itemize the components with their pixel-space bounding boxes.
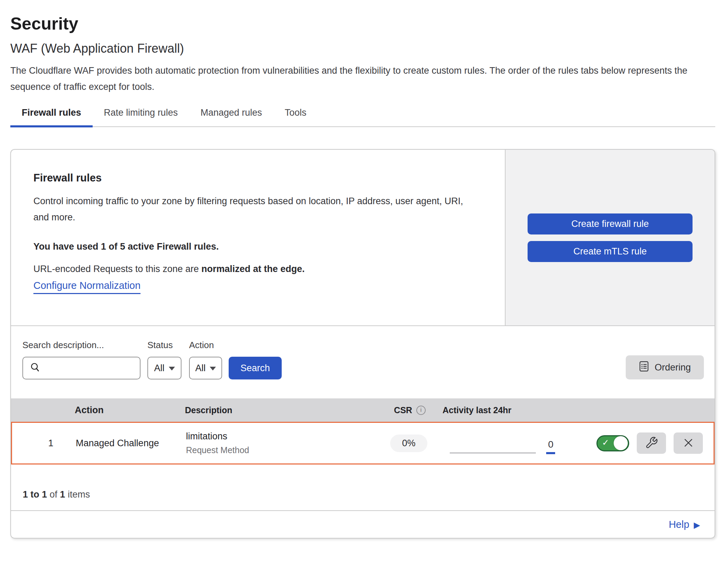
card-description: Control incoming traffic to your zone by…	[33, 193, 481, 226]
table-header: Action Description CSR i Activity last 2…	[11, 398, 715, 422]
search-box[interactable]	[22, 357, 141, 379]
search-icon	[29, 362, 41, 375]
page-title: Security	[10, 14, 715, 34]
help-link[interactable]: Help ▶	[669, 519, 700, 530]
pagination-count: 1	[60, 489, 65, 500]
header-activity: Activity last 24hr	[443, 405, 556, 415]
search-label: Search description...	[22, 340, 141, 351]
firewall-rules-card: Firewall rules Control incoming traffic …	[10, 149, 715, 539]
pagination-items: items	[68, 489, 90, 500]
pagination-summary: 1 to 1 of 1 items	[11, 464, 715, 511]
tab-firewall-rules[interactable]: Firewall rules	[10, 107, 93, 126]
ordering-button[interactable]: Ordering	[626, 355, 704, 379]
pagination-of: of	[50, 489, 58, 500]
page-description: The Cloudflare WAF provides both automat…	[10, 63, 715, 95]
delete-rule-button[interactable]	[674, 432, 703, 454]
toggle-knob	[614, 436, 628, 450]
close-icon	[682, 437, 695, 450]
status-filter-group: Status All	[147, 340, 181, 379]
tab-tools[interactable]: Tools	[273, 107, 318, 126]
rule-description[interactable]: limitations	[186, 431, 362, 442]
search-filter-group: Search description...	[22, 340, 141, 379]
info-icon[interactable]: i	[416, 406, 426, 415]
wrench-icon	[645, 436, 658, 450]
status-label: Status	[147, 340, 181, 351]
rule-csr-cell: 0%	[376, 435, 441, 452]
status-dropdown-value: All	[154, 363, 164, 374]
tab-bar: Firewall rules Rate limiting rules Manag…	[10, 107, 715, 127]
normalization-note-bold: normalized at the edge.	[201, 264, 305, 274]
page-subtitle: WAF (Web Application Firewall)	[10, 41, 715, 56]
security-page: Security WAF (Web Application Firewall) …	[0, 0, 728, 539]
status-dropdown[interactable]: All	[147, 357, 181, 379]
card-heading: Firewall rules	[33, 172, 481, 184]
chevron-down-icon	[169, 367, 175, 370]
firewall-rules-intro: Firewall rules Control incoming traffic …	[11, 150, 505, 325]
create-rules-panel: Create firewall rule Create mTLS rule	[505, 150, 715, 325]
rule-action: Managed Challenge	[76, 438, 186, 449]
rule-expression: Request Method	[186, 445, 362, 455]
action-dropdown-value: All	[195, 363, 206, 374]
firewall-rule-row: 1 Managed Challenge limitations Request …	[11, 422, 715, 464]
tab-managed-rules[interactable]: Managed rules	[189, 107, 273, 126]
ordering-button-label: Ordering	[655, 362, 691, 373]
search-button[interactable]: Search	[229, 357, 282, 379]
chevron-right-icon: ▶	[694, 521, 700, 529]
action-label: Action	[189, 340, 222, 351]
activity-count-link[interactable]: 0	[546, 439, 555, 454]
action-filter-group: Action All	[189, 340, 222, 379]
rule-priority: 1	[12, 438, 76, 449]
filter-section: Search description... Status All Action	[11, 326, 715, 398]
normalization-note: URL-encoded Requests to this zone are no…	[33, 264, 481, 274]
check-icon: ✓	[602, 438, 609, 448]
csr-badge: 0%	[390, 435, 427, 452]
activity-sparkline	[450, 452, 536, 453]
header-description: Description	[185, 405, 363, 415]
header-action: Action	[75, 405, 185, 416]
chevron-down-icon	[210, 367, 216, 370]
pagination-range: 1 to 1	[23, 489, 47, 500]
configure-normalization-link[interactable]: Configure Normalization	[33, 280, 141, 294]
card-top-section: Firewall rules Control incoming traffic …	[11, 150, 715, 326]
rule-description-cell: limitations Request Method	[186, 431, 362, 455]
help-row: Help ▶	[11, 511, 715, 538]
action-dropdown[interactable]: All	[189, 357, 222, 379]
normalization-note-text: URL-encoded Requests to this zone are	[33, 264, 199, 274]
rule-enabled-toggle[interactable]: ✓	[596, 435, 629, 451]
rule-activity-cell: 0	[441, 436, 555, 451]
list-ordering-icon	[639, 361, 649, 374]
create-firewall-rule-button[interactable]: Create firewall rule	[528, 213, 693, 234]
header-csr: CSR i	[377, 405, 443, 415]
help-label: Help	[669, 519, 689, 530]
edit-rule-button[interactable]	[637, 432, 666, 454]
usage-summary: You have used 1 of 5 active Firewall rul…	[33, 241, 481, 252]
create-mtls-rule-button[interactable]: Create mTLS rule	[528, 241, 693, 262]
header-csr-label: CSR	[394, 405, 412, 415]
rule-controls: ✓	[555, 432, 714, 454]
search-input[interactable]	[44, 357, 161, 379]
tab-rate-limiting-rules[interactable]: Rate limiting rules	[93, 107, 189, 126]
